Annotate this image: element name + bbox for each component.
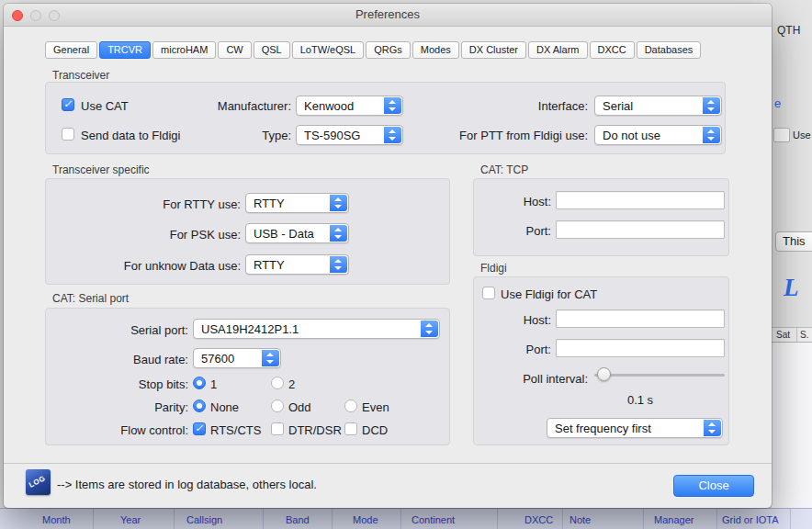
log-col-grid-iota[interactable]: Grid or IOTA: [722, 514, 779, 525]
frequency-mode-select[interactable]: Set frequency first: [547, 418, 723, 438]
screen: QTH e Use This L Sat S. Month Year Calls…: [0, 0, 812, 529]
parity-none-radio[interactable]: [193, 400, 206, 412]
cat-tcp-port-input[interactable]: [556, 220, 725, 239]
tab-databases[interactable]: Databases: [637, 41, 702, 59]
manufacturer-label: Manufacturer:: [183, 99, 291, 113]
baud-rate-select[interactable]: 57600: [193, 348, 281, 368]
log-col-note[interactable]: Note: [570, 514, 591, 525]
parity-even-radio[interactable]: [344, 400, 357, 412]
column-divider: [790, 509, 791, 529]
col-sat[interactable]: Sat: [776, 330, 790, 340]
popup-stepper-icon: [384, 97, 401, 114]
tab-cw[interactable]: CW: [218, 41, 251, 59]
poll-interval-slider[interactable]: [594, 367, 725, 382]
interface-label: Interface:: [501, 99, 588, 113]
transceiver-specific-group-label: Transceiver specific: [52, 163, 150, 176]
stop-bits-1-radio[interactable]: [193, 377, 206, 389]
stop-bits-2-label: 2: [288, 377, 295, 391]
flow-dcd-checkbox[interactable]: [344, 422, 357, 435]
partial-this-button[interactable]: This: [775, 231, 812, 252]
popup-stepper-icon: [330, 195, 347, 211]
ptt-label: For PTT from Fldigi use:: [426, 129, 588, 142]
rtty-use-select[interactable]: RTTY: [245, 193, 349, 213]
send-fldigi-label: Send data to Fldigi: [81, 129, 180, 142]
cat-tcp-host-input[interactable]: [556, 191, 725, 209]
fldigi-port-input[interactable]: [556, 339, 725, 357]
poll-interval-value: 0.1 s: [556, 393, 725, 407]
tab-qsl[interactable]: QSL: [254, 41, 290, 59]
parity-odd-label: Odd: [288, 400, 311, 414]
close-button[interactable]: Close: [673, 475, 754, 497]
stop-bits-2-radio[interactable]: [271, 377, 284, 389]
fldigi-port-label: Port:: [505, 343, 551, 356]
log-col-year[interactable]: Year: [120, 514, 141, 525]
slider-thumb[interactable]: [597, 367, 611, 381]
tab-qrgs[interactable]: QRGs: [366, 41, 411, 59]
fldigi-host-input[interactable]: [556, 310, 725, 328]
tab-dx-cluster[interactable]: DX Cluster: [461, 41, 526, 59]
flow-dcd-label: DCD: [362, 423, 388, 437]
tab-dxcc[interactable]: DXCC: [590, 41, 635, 59]
col-s[interactable]: S.: [800, 330, 808, 340]
flow-dtrdsr-checkbox[interactable]: [271, 422, 284, 435]
titlebar[interactable]: Preferences: [4, 4, 772, 27]
use-cat-checkbox[interactable]: [62, 98, 74, 111]
log-col-dxcc[interactable]: DXCC: [524, 514, 553, 525]
type-select[interactable]: TS-590SG: [296, 125, 403, 145]
log-col-callsign[interactable]: Callsign: [186, 514, 222, 525]
frequency-mode-value: Set frequency first: [555, 422, 702, 435]
column-divider: [796, 328, 797, 342]
column-divider: [716, 509, 717, 529]
popup-stepper-icon: [384, 127, 401, 143]
tab-microham[interactable]: microHAM: [152, 41, 216, 59]
send-fldigi-checkbox[interactable]: [62, 128, 74, 141]
cat-tcp-group-label: CAT: TCP: [480, 163, 528, 176]
log-col-manager[interactable]: Manager: [654, 514, 694, 525]
use-fldigi-cat-label: Use Fldigi for CAT: [501, 287, 597, 301]
slider-track: [594, 374, 725, 377]
unknown-data-use-select[interactable]: RTTY: [245, 254, 349, 275]
rtty-use-label: For RTTY use:: [91, 197, 241, 211]
log-col-mode[interactable]: Mode: [353, 514, 378, 525]
fldigi-host-label: Host:: [505, 313, 551, 327]
column-divider: [93, 509, 94, 529]
unknown-data-use-value: RTTY: [254, 258, 328, 272]
type-label: Type:: [183, 129, 291, 142]
serial-port-value: USA19H2412P1.1: [201, 322, 419, 336]
flow-rtscts-label: RTS/CTS: [210, 423, 261, 437]
cat-tcp-group-box: [473, 178, 729, 256]
tab-trcvr[interactable]: TRCVR: [99, 41, 151, 59]
transceiver-group-label: Transceiver: [52, 69, 109, 82]
manufacturer-select[interactable]: Kenwood: [296, 96, 403, 116]
flow-control-label: Flow control:: [92, 423, 188, 437]
use-fldigi-cat-checkbox[interactable]: [482, 287, 495, 299]
popup-stepper-icon: [703, 97, 720, 114]
log-col-month[interactable]: Month: [42, 514, 71, 525]
parity-none-label: None: [210, 400, 239, 414]
parity-odd-radio[interactable]: [271, 400, 284, 412]
baud-rate-label: Baud rate:: [92, 353, 188, 366]
tab-dx-alarm[interactable]: DX Alarm: [528, 41, 587, 59]
close-window-button[interactable]: [12, 10, 23, 21]
cat-serial-group-label: CAT: Serial port: [52, 292, 129, 305]
partial-use-label: Use: [793, 129, 811, 141]
tab-lotw-eqsl[interactable]: LoTW/eQSL: [292, 41, 365, 59]
partial-field[interactable]: [773, 128, 790, 142]
interface-select[interactable]: Serial: [594, 96, 722, 116]
qth-label: QTH: [777, 24, 800, 37]
tab-general[interactable]: General: [45, 41, 97, 59]
psk-use-label: For PSK use:: [91, 228, 241, 242]
log-col-band[interactable]: Band: [286, 514, 310, 525]
tab-modes[interactable]: Modes: [412, 41, 459, 59]
log-col-continent[interactable]: Continent: [412, 514, 455, 525]
serial-port-select[interactable]: USA19H2412P1.1: [193, 319, 440, 339]
column-divider: [400, 509, 401, 529]
type-value: TS-590SG: [304, 129, 382, 142]
ptt-select[interactable]: Do not use: [594, 125, 722, 145]
psk-use-select[interactable]: USB - Data: [245, 223, 349, 243]
flow-rtscts-checkbox[interactable]: [193, 422, 206, 435]
column-divider: [643, 509, 644, 529]
partial-table-body: [772, 343, 812, 508]
flow-dtrdsr-label: DTR/DSR: [288, 423, 342, 437]
stop-bits-1-label: 1: [210, 377, 217, 391]
